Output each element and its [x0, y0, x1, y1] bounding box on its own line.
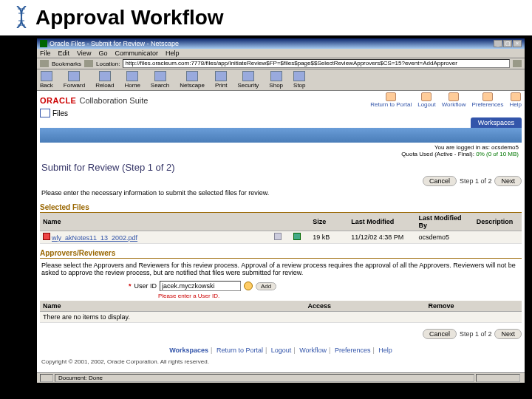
menu-view[interactable]: View [77, 50, 91, 57]
netscape-nav-icon [186, 71, 198, 81]
approvers-heading: Approvers/Reviewers [40, 248, 522, 259]
page-content: ORACLE Collaboration Suite Return to Por… [37, 91, 525, 380]
home-icon [126, 71, 138, 81]
copyright: Copyright © 2001, 2002, Oracle Corporati… [40, 357, 522, 366]
stop-button[interactable]: Stop [293, 71, 305, 89]
location-input[interactable]: http://files.oracleum.com:7778/files/app… [123, 59, 510, 68]
status-component-bar [476, 374, 520, 382]
next-button-bottom[interactable]: Next [494, 329, 522, 339]
portal-icon [386, 92, 396, 101]
files-icon [40, 109, 50, 117]
oracle-logo: ORACLE [40, 96, 76, 105]
back-icon [41, 71, 52, 81]
footer-portal[interactable]: Return to Portal [216, 347, 263, 354]
pdf-icon [43, 233, 50, 240]
nav-toolbar: Back Forward Reload Home Search Netscape… [37, 69, 525, 91]
link-preferences[interactable]: Preferences [471, 92, 503, 108]
slide-title: Approval Workflow [0, 0, 532, 35]
menu-file[interactable]: File [40, 50, 51, 57]
userid-input[interactable] [160, 281, 241, 291]
footer-links: Workspaces| Return to Portal| Logout| Wo… [40, 344, 522, 357]
link-workflow[interactable]: Workflow [442, 92, 466, 108]
security-icon [242, 71, 254, 81]
find-icon[interactable] [244, 282, 253, 290]
cancel-button-top[interactable]: Cancel [423, 176, 457, 186]
logout-icon [421, 92, 432, 101]
status-text: Document: Done [55, 374, 474, 382]
link-logout[interactable]: Logout [417, 92, 435, 108]
quota-value: 0% (0 of 10 MB) [476, 151, 519, 157]
userid-error: Please enter a User ID. [40, 293, 522, 299]
minimize-button[interactable]: _ [494, 40, 502, 47]
netscape-button[interactable]: Netscape [180, 71, 205, 89]
search-icon [154, 71, 166, 81]
approvers-table: Name Access Remove There are no items to… [40, 301, 522, 323]
selected-files-table: Name Size Last Modified Last Modified By… [40, 213, 522, 244]
stop-icon [293, 71, 305, 81]
search-button[interactable]: Search [151, 71, 169, 89]
menu-help[interactable]: Help [166, 50, 180, 57]
col-name: Name [40, 213, 271, 231]
files-brand: Files [40, 109, 522, 117]
file-name[interactable]: wly_akNotes11_13_2002.pdf [52, 234, 137, 242]
file-lastmod: 11/12/02 4:38 PM [348, 231, 415, 244]
related-icon[interactable] [513, 60, 522, 67]
step-indicator-bottom: Step 1 of 2 [460, 330, 492, 338]
back-button[interactable]: Back [40, 71, 53, 89]
footer-preferences[interactable]: Preferences [335, 347, 371, 354]
download-icon[interactable] [293, 233, 301, 240]
footer-workflow[interactable]: Workflow [299, 347, 327, 354]
print-icon [215, 71, 227, 81]
file-desc [474, 231, 522, 244]
quota-label: Quota Used (Active - Final): [401, 151, 476, 157]
table-row: There are no items to display. [40, 312, 522, 323]
file-size: 19 kB [310, 231, 348, 244]
col-desc: Description [474, 213, 522, 231]
reload-button[interactable]: Reload [95, 71, 114, 89]
shop-button[interactable]: Shop [269, 71, 283, 89]
empty-message: There are no items to display. [40, 312, 522, 323]
approvers-instruction: Please select the Approvers and Reviewer… [40, 259, 522, 279]
view-icon[interactable] [274, 233, 282, 240]
bottom-actions: Cancel Step 1 of 2 Next [40, 327, 522, 341]
location-icon [84, 60, 93, 67]
maximize-button[interactable]: ▢ [503, 40, 512, 47]
location-label: Location: [96, 61, 120, 67]
slide-title-text: Approval Workflow [35, 6, 224, 29]
step-indicator-top: Step 1 of 2 [460, 177, 492, 185]
menu-go[interactable]: Go [98, 50, 107, 57]
brand: ORACLE Collaboration Suite [40, 96, 148, 105]
forward-button[interactable]: Forward [64, 71, 85, 89]
status-lock-icon [40, 374, 53, 382]
close-button[interactable]: × [513, 40, 522, 47]
next-button-top[interactable]: Next [494, 176, 522, 186]
login-user: You are logged in as: ocsdemo5 [43, 144, 519, 151]
footer-help[interactable]: Help [378, 347, 392, 354]
footer-workspaces[interactable]: Workspaces [169, 347, 208, 354]
security-button[interactable]: Security [237, 71, 259, 89]
col-lastmod: Last Modified [348, 213, 415, 231]
cancel-button-bottom[interactable]: Cancel [423, 329, 457, 339]
bookmarks-icon[interactable] [40, 60, 49, 67]
table-row: wly_akNotes11_13_2002.pdf 19 kB 11/12/02… [40, 231, 522, 244]
header-band [40, 128, 522, 143]
link-help[interactable]: Help [510, 92, 522, 108]
selected-files-heading: Selected Files [40, 202, 522, 213]
netscape-icon [40, 40, 47, 47]
footer-logout[interactable]: Logout [271, 347, 292, 354]
bookmarks-label[interactable]: Bookmarks [52, 61, 81, 67]
workflow-icon [449, 92, 459, 101]
suite-label: Collaboration Suite [79, 96, 148, 105]
files-label: Files [52, 109, 68, 117]
tab-workspaces[interactable]: Workspaces [471, 117, 522, 128]
required-icon: * [129, 282, 132, 290]
add-button[interactable]: Add [256, 282, 276, 290]
menu-communicator[interactable]: Communicator [115, 50, 158, 57]
home-button[interactable]: Home [125, 71, 140, 89]
menu-edit[interactable]: Edit [58, 50, 70, 57]
shop-icon [270, 71, 282, 81]
global-links: Return to Portal Logout Workflow Prefere… [370, 92, 522, 108]
link-return-portal[interactable]: Return to Portal [370, 92, 412, 108]
file-lastmodby: ocsdemo5 [416, 231, 474, 244]
print-button[interactable]: Print [215, 71, 227, 89]
